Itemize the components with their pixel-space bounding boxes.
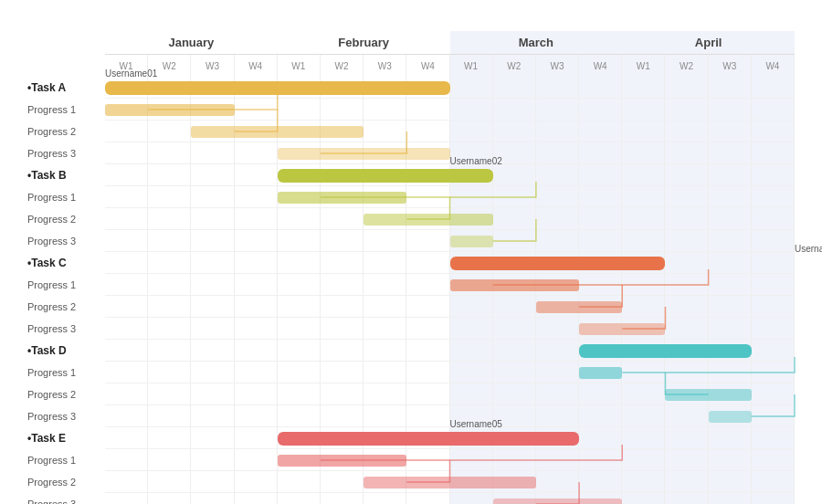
week-column [536,449,579,470]
gantt-row [105,362,795,383]
username-label: Username02 [450,156,502,166]
gantt-bar: Username01 [105,81,450,95]
week-column [105,296,148,317]
week-column [622,427,665,448]
week-column [536,77,579,98]
week-column [752,427,795,448]
week-column [406,362,449,383]
week-column [278,274,321,295]
week-column [278,493,321,504]
week-column [665,405,708,426]
week-column [148,362,191,383]
gantt-row [105,318,795,340]
week-column [665,164,708,185]
week-column [493,77,536,98]
week-column [105,230,148,251]
week-column [406,252,449,273]
week-column [536,471,579,492]
week-column [235,208,278,229]
week-column [622,471,665,492]
week-column [665,252,708,273]
week-column [406,449,449,470]
week-column [665,121,708,142]
week-column [235,471,278,492]
week-column [105,362,148,383]
week-column [665,318,708,339]
week-cell: W2 [493,55,536,77]
week-column [321,383,364,404]
gantt-row [105,274,795,296]
week-column [321,296,364,317]
week-column [579,230,622,251]
week-column [235,142,278,163]
week-column [364,493,406,504]
week-cell: W1 [450,55,493,77]
week-column [191,318,234,339]
week-column [536,99,579,120]
week-column [235,405,278,426]
gantt-bar [579,367,622,379]
week-column [364,362,406,383]
task-label: •Task C [27,252,105,274]
week-column [450,186,493,207]
week-column [752,252,795,273]
gantt-bar: Username05 [278,432,579,446]
week-column [493,318,536,339]
week-column [321,493,364,504]
week-column [191,471,234,492]
week-column [493,186,536,207]
week-column [709,296,752,317]
gantt-row [105,230,795,252]
gantt-wrapper: •Task AProgress 1Progress 2Progress 3•Ta… [27,31,795,504]
gantt-bar: Username03 [450,257,666,270]
week-column [493,362,536,383]
week-column [278,252,321,273]
progress-label: Progress 1 [27,186,105,208]
week-column [579,405,622,426]
gantt-bar [450,236,493,247]
week-column [709,318,752,339]
week-column [191,142,234,163]
gantt-row: Username04 [105,340,795,362]
week-cell: W1 [622,55,665,77]
week-column [278,318,321,339]
week-column [536,318,579,339]
week-column [752,77,795,98]
gantt-row [105,493,795,504]
gantt-bar [278,455,407,467]
week-column [493,296,536,317]
week-column [148,493,191,504]
week-column [579,142,622,163]
week-column [450,121,493,142]
gantt-bar [191,126,364,138]
week-column [321,252,364,273]
week-column [752,186,795,207]
week-column [278,405,321,426]
week-column [235,427,278,448]
week-column [709,471,752,492]
week-column [148,186,191,207]
week-column [148,142,191,163]
task-label: •Task D [27,340,105,362]
week-column [665,427,708,448]
week-column [235,383,278,404]
progress-label: Progress 2 [27,208,105,230]
gantt-bar [364,214,493,226]
week-column [622,383,665,404]
week-column [364,274,406,295]
week-column [235,340,278,361]
progress-label: Progress 3 [27,142,105,164]
week-column [709,99,752,120]
week-column [622,186,665,207]
week-column [622,77,665,98]
week-cell: W3 [364,55,406,77]
week-column [406,296,449,317]
week-column [406,383,449,404]
week-column [450,449,493,470]
week-column [752,362,795,383]
week-column [364,383,406,404]
week-column [235,362,278,383]
week-column [536,383,579,404]
week-column [105,383,148,404]
week-column [148,208,191,229]
